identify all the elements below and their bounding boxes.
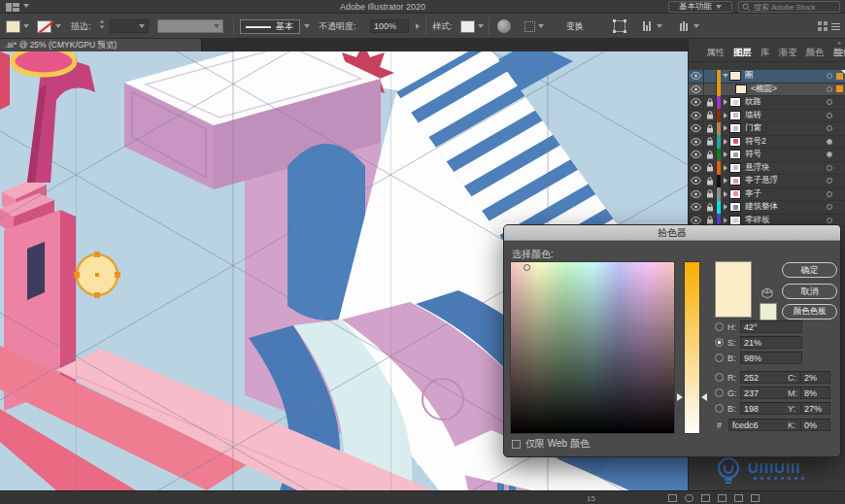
visibility-eye-icon[interactable] (689, 70, 704, 83)
layer-row[interactable]: 圈 (689, 70, 845, 84)
distribute-icon[interactable] (680, 21, 688, 31)
cancel-button[interactable]: 取消 (782, 284, 837, 299)
layer-thumbnail[interactable] (729, 123, 741, 133)
web-colors-only-checkbox[interactable] (512, 440, 521, 449)
visibility-eye-icon[interactable] (689, 149, 704, 161)
lock-icon[interactable] (704, 110, 717, 122)
new-layer-icon[interactable] (734, 494, 743, 502)
lock-icon[interactable] (704, 70, 717, 83)
layer-row[interactable]: 悬浮块 (689, 162, 845, 176)
layer-row[interactable]: 符号2 (689, 136, 845, 150)
expand-chevron-icon[interactable] (721, 191, 729, 197)
width-profile-dropdown[interactable] (157, 19, 223, 33)
expand-chevron-icon[interactable] (721, 204, 729, 210)
visibility-eye-icon[interactable] (689, 96, 704, 109)
align-icon[interactable] (643, 21, 651, 31)
visibility-eye-icon[interactable] (689, 110, 704, 122)
stroke-weight-stepper[interactable] (99, 19, 105, 33)
web-gamut-cube-icon[interactable] (761, 287, 773, 299)
layer-target-circle[interactable] (827, 86, 832, 92)
m-input[interactable] (800, 386, 830, 399)
k-input[interactable] (800, 419, 830, 431)
layer-thumbnail[interactable] (729, 97, 741, 107)
panel-tab-图层[interactable]: 图层 (733, 47, 752, 59)
workspace-switcher-button[interactable]: 基本功能 (668, 1, 732, 13)
style-chevron-icon[interactable] (478, 24, 484, 28)
expand-chevron-icon[interactable] (721, 125, 729, 131)
collect-for-export-icon[interactable] (668, 494, 677, 502)
layer-thumbnail[interactable] (729, 71, 741, 81)
recolor-artwork-icon[interactable] (497, 19, 511, 33)
visibility-eye-icon[interactable] (689, 122, 704, 135)
slider-arrow-right-icon[interactable] (701, 393, 707, 401)
layer-row[interactable]: 纹路 (689, 96, 845, 110)
document-tab[interactable]: .ai* @ 25% (CMYK/GPU 预览) (0, 39, 202, 51)
lock-icon[interactable] (704, 162, 717, 175)
panel-tab-属性[interactable]: 属性 (706, 47, 725, 59)
lock-icon[interactable] (704, 149, 717, 161)
lock-icon[interactable] (704, 201, 717, 214)
h-input[interactable] (740, 320, 802, 333)
expand-chevron-icon[interactable] (721, 139, 729, 145)
s-radio[interactable] (715, 338, 724, 347)
layer-thumbnail[interactable] (735, 84, 747, 94)
ok-button[interactable]: 确定 (782, 262, 837, 278)
y-input[interactable] (800, 402, 830, 415)
b-radio[interactable] (715, 353, 724, 362)
expand-chevron-icon[interactable] (721, 113, 729, 118)
color-field[interactable] (510, 261, 675, 434)
layer-row[interactable]: <椭圆> (689, 84, 845, 97)
expand-chevron-icon[interactable] (721, 99, 729, 105)
visibility-eye-icon[interactable] (689, 84, 704, 96)
layer-target-circle[interactable] (827, 191, 832, 197)
expand-chevron-icon[interactable] (721, 74, 729, 78)
layer-thumbnail[interactable] (729, 202, 741, 212)
expand-chevron-icon[interactable] (721, 151, 729, 157)
color-swatches-button[interactable]: 颜色色板 (782, 304, 837, 319)
h-radio[interactable] (715, 322, 724, 331)
layer-row[interactable]: 亭子悬浮 (689, 175, 845, 188)
visibility-eye-icon[interactable] (689, 188, 704, 201)
dialog-title[interactable]: 拾色器 (504, 225, 840, 241)
visibility-eye-icon[interactable] (689, 175, 704, 187)
s-input[interactable] (740, 336, 802, 349)
layer-row[interactable]: 建筑整体 (689, 201, 845, 215)
layer-thumbnail[interactable] (729, 163, 741, 173)
transform-button[interactable]: 变换 (566, 19, 584, 33)
align-chevron-icon[interactable] (657, 24, 662, 28)
g-radio[interactable] (715, 388, 724, 397)
b-input[interactable] (740, 352, 802, 364)
layer-row[interactable]: 墙砖 (689, 110, 845, 123)
layer-thumbnail[interactable] (729, 111, 741, 120)
lock-icon[interactable] (704, 136, 717, 149)
panel-tab-渐变[interactable]: 渐变 (779, 47, 797, 59)
home-chevron-icon[interactable] (23, 4, 29, 8)
layer-target-circle[interactable] (827, 165, 832, 171)
expand-chevron-icon[interactable] (721, 165, 729, 171)
lock-icon[interactable] (704, 175, 717, 187)
lock-icon[interactable] (704, 96, 717, 109)
stroke-chevron-icon[interactable] (55, 24, 61, 28)
bounding-box-icon[interactable] (614, 20, 625, 32)
layer-target-circle[interactable] (827, 139, 832, 145)
layer-row[interactable]: 门窗 (689, 122, 845, 136)
slider-arrow-left-icon[interactable] (677, 393, 683, 401)
arrange-documents-icon[interactable] (818, 21, 828, 31)
select-similar-chevron-icon[interactable] (538, 24, 544, 28)
visibility-eye-icon[interactable] (689, 201, 704, 214)
document-list-icon[interactable] (831, 23, 840, 30)
layer-thumbnail[interactable] (729, 150, 741, 159)
opacity-slider-chevron-icon[interactable] (416, 23, 420, 29)
home-icon[interactable] (6, 3, 19, 12)
stroke-weight-dropdown[interactable] (110, 19, 149, 33)
panel-tab-库[interactable]: 库 (760, 47, 770, 59)
lock-icon[interactable] (704, 188, 717, 201)
new-sublayer-icon[interactable] (718, 494, 727, 502)
fill-chevron-icon[interactable] (23, 24, 29, 28)
expand-chevron-icon[interactable] (721, 178, 729, 184)
layer-thumbnail[interactable] (729, 189, 741, 199)
visibility-eye-icon[interactable] (689, 162, 704, 175)
panel-tab-颜色[interactable]: 颜色 (806, 47, 825, 59)
layer-thumbnail[interactable] (729, 137, 741, 147)
saturation-slider[interactable] (684, 261, 700, 434)
